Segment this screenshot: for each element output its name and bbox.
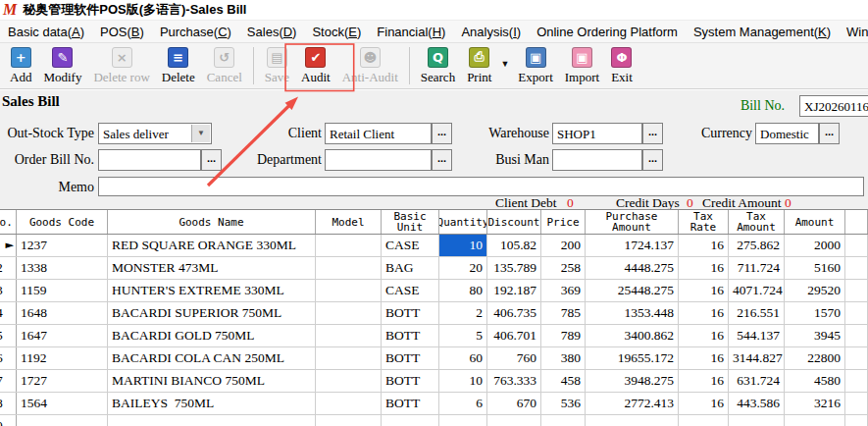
menu-item-financial-h[interactable]: Financial(H) (369, 22, 453, 42)
cell-goods_name[interactable]: RED SQUARE ORANGE 330ML (108, 235, 316, 256)
cell-no[interactable]: 6 (0, 347, 17, 369)
cell-goods_name[interactable]: BAILEYS 750ML (108, 393, 316, 414)
cell-purchase_amount[interactable] (586, 415, 679, 426)
cell-basic_unit[interactable]: BOTT (382, 302, 439, 324)
cell-tax_amount[interactable]: 443.586 (729, 393, 785, 414)
menu-item-system-management-k[interactable]: System Management(K) (686, 22, 839, 42)
memo-field[interactable] (98, 177, 864, 196)
cell-goods_name[interactable]: MARTINI BIANCO 750ML (108, 370, 316, 392)
table-row[interactable]: 81564BAILEYS 750MLBOTT66705362772.413164… (0, 393, 868, 415)
cell-extra[interactable] (845, 302, 868, 324)
cell-tax_rate[interactable]: 16 (679, 325, 729, 346)
cell-goods_code[interactable]: 1647 (17, 325, 108, 346)
cell-quantity[interactable]: 5 (439, 325, 487, 346)
warehouse-field[interactable]: SHOP1 (552, 123, 642, 144)
cell-quantity[interactable]: 80 (439, 280, 487, 301)
cell-basic_unit[interactable]: BOTT (382, 347, 439, 369)
department-browse-button[interactable]: ... (432, 149, 452, 171)
cell-goods_name[interactable]: HUNTER'S EXTREME 330ML (108, 280, 316, 301)
order-bill-no-browse-button[interactable]: ... (201, 149, 222, 171)
table-row[interactable]: 41648BACARDI SUPERIOR 750MLBOTT2406.7357… (0, 302, 868, 325)
cell-model[interactable] (316, 370, 382, 392)
cell-price[interactable]: 380 (541, 347, 586, 369)
audit-button[interactable]: ✔Audit (295, 45, 336, 87)
cell-goods_code[interactable]: 1648 (17, 302, 108, 324)
cell-basic_unit[interactable]: BAG (382, 257, 439, 279)
cell-quantity[interactable]: 20 (439, 257, 487, 279)
cell-tax_rate[interactable]: 16 (679, 302, 729, 324)
cell-purchase_amount[interactable]: 1724.137 (586, 235, 679, 256)
cell-goods_code[interactable]: 1727 (17, 370, 108, 392)
cell-basic_unit[interactable]: BOTT (382, 325, 439, 346)
cell-discount[interactable]: 760 (487, 347, 541, 369)
table-row[interactable]: 9 (0, 415, 868, 426)
cell-extra[interactable] (845, 370, 868, 392)
export-button[interactable]: ▣Export (512, 45, 558, 87)
cell-goods_name[interactable]: BACARDI SUPERIOR 750ML (108, 302, 316, 324)
cell-tax_rate[interactable]: 16 (679, 257, 729, 279)
cell-discount[interactable]: 763.333 (487, 370, 541, 392)
import-button[interactable]: ▣Import (559, 45, 605, 87)
cell-amount[interactable]: 3945 (785, 325, 845, 346)
cell-price[interactable]: 536 (541, 393, 586, 414)
busi-man-field[interactable] (552, 149, 642, 171)
currency-browse-button[interactable]: ... (819, 123, 840, 144)
cell-quantity[interactable]: 10 (439, 370, 487, 392)
cell-amount[interactable]: 29520 (785, 280, 845, 301)
menu-item-window-l[interactable]: Window(L) (839, 22, 868, 42)
cell-price[interactable]: 369 (541, 280, 586, 301)
cell-discount[interactable]: 406.701 (487, 325, 541, 346)
delete-button[interactable]: ≡Delete (156, 45, 201, 87)
cell-no[interactable]: 5 (0, 325, 17, 346)
cell-purchase_amount[interactable]: 19655.172 (586, 347, 679, 369)
cell-no[interactable]: 9 (0, 415, 17, 426)
cell-purchase_amount[interactable]: 2772.413 (586, 393, 679, 414)
cell-discount[interactable]: 670 (487, 393, 541, 414)
cell-model[interactable] (316, 302, 382, 324)
menu-item-pos-b[interactable]: POS(B) (92, 22, 152, 42)
cell-quantity[interactable]: 6 (439, 393, 487, 414)
cell-goods_name[interactable] (108, 415, 316, 426)
cell-goods_code[interactable]: 1564 (17, 393, 108, 414)
cell-model[interactable] (316, 257, 382, 279)
out-stock-type-select[interactable]: Sales deliver ▼ (98, 123, 212, 144)
cell-tax_amount[interactable]: 3144.827 (729, 347, 785, 369)
table-row[interactable]: ►1237RED SQUARE ORANGE 330MLCASE10105.82… (0, 235, 868, 257)
menu-item-purchase-c[interactable]: Purchase(C) (152, 22, 239, 42)
cell-tax_rate[interactable] (679, 415, 729, 426)
cell-basic_unit[interactable]: BOTT (382, 393, 439, 414)
cell-model[interactable] (316, 325, 382, 346)
print-dropdown-arrow-icon[interactable]: ▼ (500, 59, 509, 69)
cell-tax_amount[interactable]: 711.724 (729, 257, 785, 279)
cell-model[interactable] (316, 235, 382, 256)
cell-basic_unit[interactable] (382, 415, 439, 426)
cell-discount[interactable]: 406.735 (487, 302, 541, 324)
cell-tax_amount[interactable] (729, 415, 785, 426)
department-field[interactable] (325, 149, 432, 171)
cell-no[interactable]: 7 (0, 370, 17, 392)
cell-amount[interactable]: 4580 (785, 370, 845, 392)
cell-purchase_amount[interactable]: 4448.275 (586, 257, 679, 279)
cell-tax_amount[interactable]: 4071.724 (729, 280, 785, 301)
cell-tax_rate[interactable]: 16 (679, 370, 729, 392)
cell-model[interactable] (316, 393, 382, 414)
cell-goods_code[interactable]: 1338 (17, 257, 108, 279)
cell-purchase_amount[interactable]: 25448.275 (586, 280, 679, 301)
table-row[interactable]: 71727MARTINI BIANCO 750MLBOTT10763.33345… (0, 370, 868, 393)
menu-item-stock-e[interactable]: Stock(E) (304, 22, 369, 42)
cell-tax_rate[interactable]: 16 (679, 393, 729, 414)
cell-discount[interactable]: 192.187 (487, 280, 541, 301)
cell-amount[interactable] (785, 415, 845, 426)
cell-no[interactable]: 2 (0, 257, 17, 279)
cell-model[interactable] (316, 415, 382, 426)
cell-tax_rate[interactable]: 16 (679, 235, 729, 256)
cell-amount[interactable]: 3216 (785, 393, 845, 414)
cell-no[interactable]: 8 (0, 393, 17, 414)
cell-price[interactable] (541, 415, 586, 426)
print-button[interactable]: ⎙Print (461, 45, 497, 87)
cell-discount[interactable] (487, 415, 541, 426)
cell-tax_rate[interactable]: 16 (679, 280, 729, 301)
cell-tax_amount[interactable]: 544.137 (729, 325, 785, 346)
modify-button[interactable]: ✎Modify (37, 45, 87, 87)
cell-amount[interactable]: 2000 (785, 235, 845, 256)
